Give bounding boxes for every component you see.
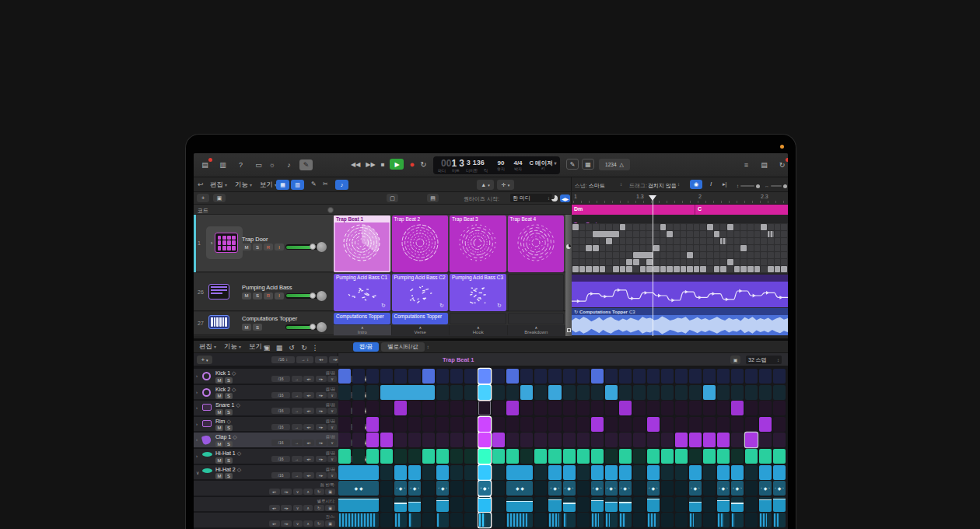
step-cell[interactable] [675, 465, 688, 480]
trap-step-cell[interactable] [674, 252, 680, 258]
mute-button[interactable]: M [215, 473, 223, 479]
step-cell[interactable] [548, 449, 561, 464]
browser-icon[interactable]: ▤ [758, 159, 771, 170]
trap-step-cell[interactable] [740, 224, 747, 230]
chance-bar[interactable] [620, 513, 625, 527]
horizontal-zoom-slider[interactable]: ↔ [765, 184, 787, 188]
velocity-bar[interactable] [619, 502, 632, 511]
note-repeat-icon[interactable]: ‹◆› [731, 481, 744, 496]
trap-step-cell[interactable] [593, 252, 599, 258]
chance-bar[interactable] [774, 513, 779, 527]
disclosure-icon[interactable]: › [196, 437, 198, 442]
step-cell[interactable] [731, 417, 744, 432]
velocity-cell[interactable] [422, 497, 435, 512]
chance-cell[interactable] [408, 513, 421, 527]
trap-step-cell[interactable] [579, 259, 586, 265]
step-cell[interactable] [745, 417, 758, 432]
step-cell[interactable] [506, 433, 519, 447]
empty-cell[interactable] [508, 274, 565, 311]
chance-bar[interactable] [592, 513, 599, 527]
nudge-left-button[interactable]: ◂+ [303, 376, 314, 382]
step-cell[interactable] [380, 369, 393, 384]
step-cell[interactable] [703, 465, 716, 480]
chord-power-icon[interactable] [327, 207, 334, 213]
step-cell[interactable] [534, 369, 547, 384]
down-button[interactable]: ∨ [327, 376, 337, 382]
rotate-left-icon[interactable]: ↺ [287, 342, 296, 353]
step-cell[interactable] [478, 385, 491, 400]
bass-region-header[interactable]: Bass Player - Pump Bass [572, 275, 788, 282]
step-cell[interactable] [408, 449, 421, 464]
velocity-cell[interactable] [689, 497, 702, 512]
rate-field[interactable]: /16 [271, 440, 290, 446]
trap-step-cell[interactable] [714, 259, 720, 265]
trap-step-cell[interactable] [606, 252, 612, 258]
trap-step-cell[interactable] [620, 231, 626, 237]
trap-step-cell[interactable] [646, 245, 653, 251]
step-cell[interactable] [548, 417, 561, 432]
repeat-cell[interactable] [422, 481, 435, 496]
step-cell[interactable] [450, 369, 463, 384]
trap-step-cell[interactable] [761, 259, 767, 265]
zoom-button[interactable]: ▣ [325, 520, 335, 527]
lcd-key[interactable]: C 메이저 ▾ 키 [527, 156, 559, 174]
rewind-button[interactable]: ◀◀ [351, 161, 360, 168]
solo-button[interactable]: S [253, 243, 262, 250]
pan-knob[interactable] [317, 291, 327, 301]
trap-step-cell[interactable] [714, 266, 720, 272]
loop-cell[interactable]: Computations Topper [392, 313, 449, 324]
step-cell[interactable] [605, 465, 618, 480]
pattern-lock-icon[interactable]: ▣ [730, 356, 740, 364]
chance-cell[interactable] [436, 513, 449, 527]
lcd-time-signature[interactable]: 4/4 박자 [509, 156, 527, 174]
direction-field[interactable]: → [292, 472, 303, 478]
grid-view-button[interactable]: ▦ [276, 180, 289, 190]
step-cell[interactable] [464, 433, 477, 447]
velocity-cell[interactable] [534, 497, 547, 512]
trap-step-cell[interactable] [747, 224, 754, 230]
menu-기능[interactable]: 기능▾ [220, 342, 245, 352]
pan-knob[interactable] [317, 242, 327, 252]
trap-step-cell[interactable] [653, 252, 660, 258]
cycle-button[interactable]: ↻ [420, 160, 426, 169]
trap-step-cell[interactable] [681, 231, 687, 237]
row-name[interactable]: Rim ◇ [215, 419, 231, 425]
step-cell[interactable] [436, 369, 449, 384]
trap-step-cell[interactable] [620, 266, 626, 272]
row-header-snare-1[interactable]: ›Snare 1 ◇MS켬/끔/16→◂++▸∨∧↻▣ [194, 401, 338, 416]
nudge-right-button[interactable]: +▸ [316, 408, 327, 414]
trap-step-cell[interactable] [694, 252, 700, 258]
trap-step-cell[interactable] [640, 224, 646, 230]
step-cell[interactable] [563, 369, 576, 384]
trap-step-cell[interactable] [613, 259, 619, 265]
solo-button[interactable]: S [225, 377, 233, 384]
loop-cell[interactable]: Trap Beat 4 [508, 215, 565, 272]
trap-step-cell[interactable] [740, 231, 747, 237]
repeat-cell[interactable]: ‹◆› [773, 481, 786, 496]
trap-step-cell[interactable] [775, 224, 781, 230]
trap-step-cell[interactable] [747, 252, 754, 258]
quick-help-icon[interactable]: ? [234, 159, 247, 170]
row-header-hi-hat-1[interactable]: ›Hi-Hat 1 ◇MS켬/끔/16→◂++▸∨∧↻▣ [194, 449, 338, 464]
step-cell[interactable] [352, 433, 365, 447]
step-cell[interactable] [436, 385, 449, 400]
step-cell[interactable] [380, 417, 393, 432]
rate-field[interactable]: /16 [271, 472, 290, 478]
direction-field[interactable]: → [292, 440, 303, 446]
step-cell[interactable] [563, 417, 576, 432]
velocity-bar[interactable] [506, 501, 533, 512]
trap-step-cell[interactable] [781, 266, 787, 272]
step-cell[interactable] [366, 449, 379, 464]
repeat-cell[interactable]: ‹◆› [548, 481, 561, 496]
repeat-cell[interactable] [675, 481, 688, 496]
trap-step-cell[interactable] [775, 238, 781, 244]
text-tool-icon[interactable]: I [710, 180, 712, 187]
step-cell[interactable] [534, 465, 547, 480]
trap-step-cell[interactable] [606, 245, 612, 251]
trap-step-cell[interactable] [572, 245, 579, 251]
trap-step-cell[interactable] [754, 231, 761, 237]
velocity-cell[interactable] [619, 497, 632, 512]
trap-step-cell[interactable] [700, 245, 706, 251]
step-cell[interactable] [380, 449, 393, 464]
step-cell[interactable] [689, 401, 702, 415]
